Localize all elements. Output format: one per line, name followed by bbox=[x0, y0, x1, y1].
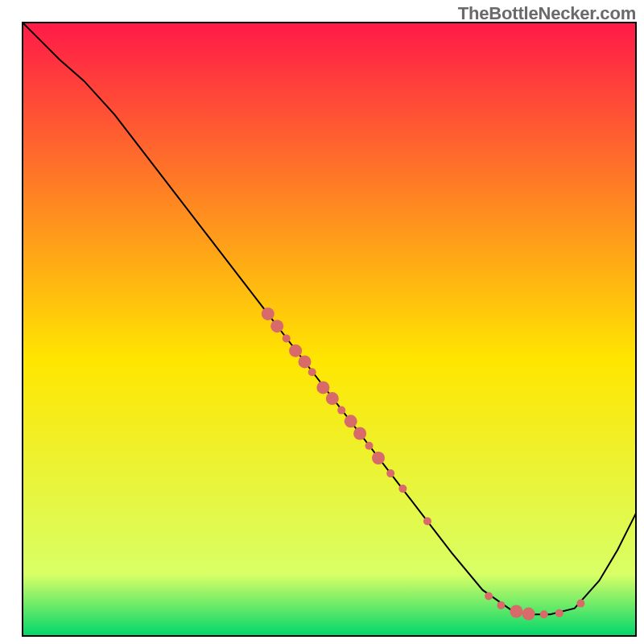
sample-point bbox=[497, 601, 505, 609]
sample-point bbox=[485, 592, 493, 601]
chart-stage: TheBottleNecker.com bbox=[0, 0, 644, 644]
sample-point bbox=[510, 605, 522, 618]
chart-svg bbox=[0, 0, 644, 644]
sample-point bbox=[423, 518, 431, 526]
sample-point bbox=[372, 452, 385, 464]
sample-point bbox=[353, 427, 366, 440]
sample-point bbox=[316, 381, 329, 394]
sample-point bbox=[270, 320, 283, 332]
sample-point bbox=[308, 368, 316, 376]
sample-point bbox=[398, 485, 407, 493]
plot-area bbox=[23, 23, 636, 636]
sample-point bbox=[555, 609, 564, 617]
sample-point bbox=[262, 308, 275, 320]
sample-point bbox=[540, 610, 548, 618]
sample-point bbox=[326, 392, 339, 405]
watermark-text: TheBottleNecker.com bbox=[458, 3, 636, 24]
sample-point bbox=[299, 355, 312, 368]
sample-point bbox=[337, 407, 345, 415]
sample-point bbox=[386, 469, 394, 477]
sample-point bbox=[289, 345, 302, 357]
sample-point bbox=[283, 334, 291, 342]
sample-point bbox=[522, 608, 535, 621]
sample-point bbox=[576, 600, 584, 608]
sample-point bbox=[345, 415, 357, 427]
sample-point bbox=[365, 442, 374, 450]
